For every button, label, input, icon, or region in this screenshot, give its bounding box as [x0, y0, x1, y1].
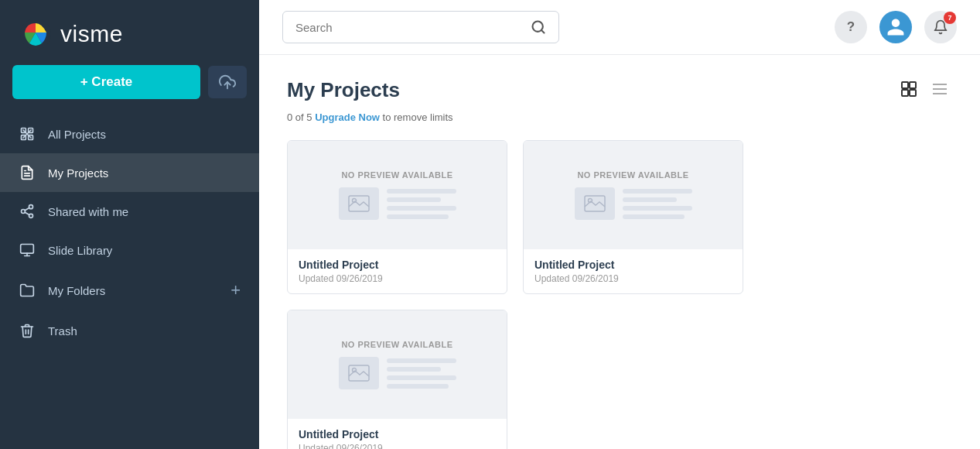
limit-info: 0 of 5 Upgrade Now to remove limits	[287, 111, 952, 123]
svg-rect-22	[902, 90, 908, 96]
list-view-button[interactable]	[927, 77, 952, 104]
grid-view-icon	[900, 80, 918, 98]
no-preview-label: NO PREVIEW AVAILABLE	[341, 170, 452, 180]
card-updated: Updated 09/26/2019	[299, 443, 496, 449]
avatar-icon	[886, 17, 906, 37]
preview-placeholder	[575, 187, 692, 220]
upgrade-link[interactable]: Upgrade Now	[315, 111, 380, 123]
help-button[interactable]: ?	[835, 11, 867, 43]
preview-placeholder	[339, 357, 456, 389]
no-preview-label: NO PREVIEW AVAILABLE	[341, 340, 452, 349]
svg-rect-21	[910, 82, 916, 88]
sidebar-label-trash: Trash	[48, 324, 241, 338]
my-projects-icon	[19, 164, 36, 181]
sidebar-item-all-projects[interactable]: All Projects	[0, 115, 259, 153]
page-title: My Projects	[287, 78, 400, 102]
sidebar-label-my-folders: My Folders	[48, 284, 218, 297]
search-input[interactable]	[295, 21, 523, 34]
content-lines	[387, 189, 456, 219]
card-title: Untitled Project	[299, 259, 496, 271]
sidebar-label-all-projects: All Projects	[48, 128, 241, 141]
notification-badge: 7	[944, 12, 956, 24]
logo-text: visme	[60, 21, 123, 47]
preview-placeholder	[339, 187, 456, 220]
card-title: Untitled Project	[299, 428, 496, 440]
limit-suffix: to remove limits	[383, 111, 453, 123]
trash-icon	[19, 322, 36, 339]
view-toggles	[896, 77, 952, 104]
sidebar: visme + Create	[0, 0, 259, 449]
svg-rect-23	[910, 90, 916, 96]
slide-library-icon	[19, 242, 36, 259]
sidebar-label-slide-library: Slide Library	[48, 244, 241, 257]
content-header: My Projects	[287, 77, 952, 104]
list-view-icon	[930, 80, 949, 98]
card-updated: Updated 09/26/2019	[299, 273, 496, 284]
svg-line-13	[25, 212, 29, 214]
project-card[interactable]: NO PREVIEW AVAILABLE	[287, 140, 507, 294]
svg-line-19	[541, 30, 545, 33]
card-info: Untitled Project Updated 09/26/2019	[288, 419, 507, 449]
grid-view-button[interactable]	[896, 77, 921, 104]
upload-button[interactable]	[208, 66, 247, 98]
main-content: ? 7 My Projects	[259, 0, 980, 449]
help-icon: ?	[847, 19, 855, 35]
svg-rect-20	[902, 82, 908, 88]
image-placeholder-icon	[339, 357, 379, 389]
sidebar-label-shared-with-me: Shared with me	[48, 205, 241, 218]
sidebar-item-my-projects[interactable]: My Projects	[0, 153, 259, 192]
upload-icon	[219, 74, 236, 91]
sidebar-item-shared-with-me[interactable]: Shared with me	[0, 192, 259, 231]
sidebar-item-trash[interactable]: Trash	[0, 311, 259, 350]
card-preview: NO PREVIEW AVAILABLE	[524, 141, 743, 249]
image-placeholder-icon	[339, 187, 379, 220]
my-folders-icon	[19, 282, 36, 299]
shared-icon	[19, 203, 36, 220]
no-preview-label: NO PREVIEW AVAILABLE	[577, 170, 688, 180]
topbar: ? 7	[259, 0, 980, 55]
content-lines	[623, 189, 692, 219]
all-projects-icon	[19, 125, 36, 142]
create-button[interactable]: + Create	[12, 65, 200, 99]
search-icon	[531, 19, 546, 35]
project-card[interactable]: NO PREVIEW AVAILABLE	[523, 140, 743, 294]
sidebar-nav: All Projects My Projects	[0, 115, 259, 449]
visme-logo-icon	[19, 17, 53, 51]
project-card[interactable]: NO PREVIEW AVAILABLE	[287, 310, 507, 449]
image-placeholder-icon	[575, 187, 615, 220]
card-info: Untitled Project Updated 09/26/2019	[288, 249, 507, 293]
sidebar-actions: + Create	[0, 65, 259, 115]
sidebar-item-slide-library[interactable]: Slide Library	[0, 231, 259, 269]
logo-area: visme	[0, 0, 259, 65]
card-updated: Updated 09/26/2019	[534, 273, 732, 284]
search-box[interactable]	[282, 11, 559, 43]
svg-line-14	[25, 207, 29, 210]
sidebar-label-my-projects: My Projects	[48, 166, 241, 180]
add-folder-button[interactable]: +	[230, 280, 241, 300]
card-info: Untitled Project Updated 09/26/2019	[524, 249, 743, 293]
notifications-button[interactable]: 7	[924, 11, 957, 43]
search-button[interactable]	[531, 19, 546, 35]
card-title: Untitled Project	[534, 259, 732, 271]
sidebar-item-my-folders[interactable]: My Folders +	[0, 269, 259, 311]
limit-count: 0 of 5	[287, 111, 312, 123]
user-avatar[interactable]	[879, 11, 912, 43]
projects-grid: NO PREVIEW AVAILABLE	[287, 140, 952, 449]
card-preview: NO PREVIEW AVAILABLE	[288, 310, 507, 419]
card-preview: NO PREVIEW AVAILABLE	[288, 141, 507, 249]
svg-rect-15	[21, 245, 34, 254]
content-area: My Projects	[259, 55, 980, 449]
content-lines	[387, 358, 456, 389]
